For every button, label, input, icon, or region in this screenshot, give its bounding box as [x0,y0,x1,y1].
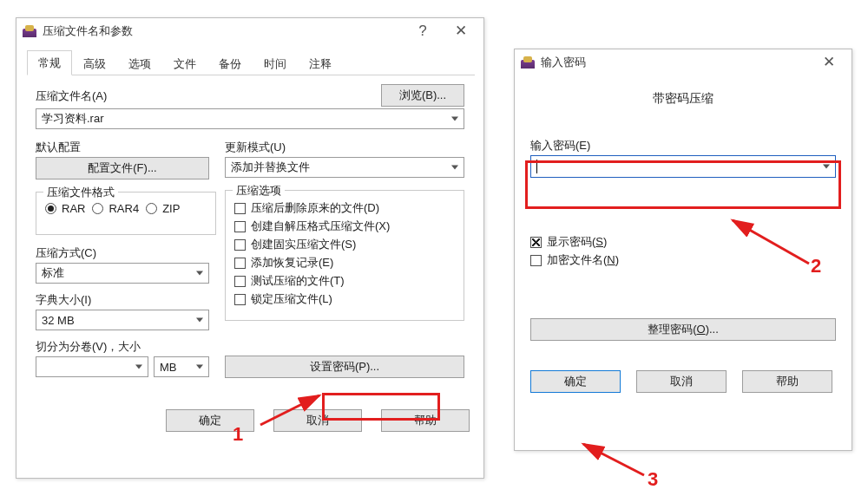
tab-advanced[interactable]: 高级 [72,51,117,75]
window-title: 压缩文件名和参数 [43,23,133,39]
tab-general[interactable]: 常规 [27,50,72,75]
help-button[interactable]: 帮助 [742,370,832,393]
help-button-footer[interactable]: 帮助 [381,409,470,432]
method-label: 压缩方式(C) [36,245,216,261]
options-legend: 压缩选项 [233,183,285,199]
tabs-row: 常规 高级 选项 文件 备份 时间 注释 [27,51,475,75]
winrar-icon [22,23,37,39]
dialog-footer: 确定 取消 帮助 [530,370,832,393]
method-select[interactable]: 标准 [36,263,209,284]
set-password-button[interactable]: 设置密码(P)... [225,356,464,378]
browse-button[interactable]: 浏览(B)... [381,84,464,107]
dict-select[interactable]: 32 MB [36,310,209,330]
format-radio-rar[interactable]: RAR [45,202,85,215]
annotation-number-2: 2 [811,255,821,277]
archive-name-input[interactable]: 学习资料.rar [36,108,464,129]
annotation-number-3: 3 [648,468,658,491]
opt-test[interactable]: 测试压缩的文件(T) [234,273,455,289]
split-label: 切分为分卷(V)，大小 [36,339,216,355]
close-button[interactable]: ✕ [810,50,848,75]
encrypt-filenames-checkbox[interactable]: 加密文件名(N) [530,252,836,268]
close-button[interactable]: ✕ [442,19,480,43]
update-mode-select[interactable]: 添加并替换文件 [225,157,464,178]
split-size-input[interactable] [36,356,148,377]
organize-passwords-button[interactable]: 整理密码(O)... [530,318,836,341]
titlebar: 压缩文件名和参数 ? ✕ [16,18,483,44]
opt-solid[interactable]: 创建固实压缩文件(S) [234,237,455,252]
opt-delete-after[interactable]: 压缩后删除原来的文件(D) [234,200,455,216]
archive-params-dialog: 压缩文件名和参数 ? ✕ 常规 高级 选项 文件 备份 时间 注释 压缩文件名(… [16,17,484,479]
archive-name-label: 压缩文件名(A) [36,88,107,104]
pw-section-title: 带密码压缩 [530,91,836,107]
enter-password-dialog: 输入密码 ✕ 带密码压缩 输入密码(E) 显示密码(S) 加密文件名(N) 整理… [514,49,852,451]
profiles-button[interactable]: 配置文件(F)... [36,157,209,179]
format-group-legend: 压缩文件格式 [43,185,118,200]
dict-label: 字典大小(I) [36,292,216,308]
password-input[interactable] [530,155,836,178]
show-password-checkbox[interactable]: 显示密码(S) [530,234,836,250]
tab-time[interactable]: 时间 [253,51,298,75]
split-unit-select[interactable]: MB [154,356,209,377]
titlebar: 输入密码 ✕ [515,49,852,75]
archive-name-value: 学习资料.rar [42,111,104,127]
ok-button[interactable]: 确定 [530,370,621,393]
opt-recovery[interactable]: 添加恢复记录(E) [234,255,455,271]
pw-input-label: 输入密码(E) [530,138,836,153]
tab-files[interactable]: 文件 [162,51,207,75]
opt-lock[interactable]: 锁定压缩文件(L) [234,291,455,307]
opt-sfx[interactable]: 创建自解压格式压缩文件(X) [234,219,455,234]
default-profile-label: 默认配置 [36,140,216,155]
winrar-icon [520,55,536,70]
cancel-button[interactable]: 取消 [636,370,727,393]
update-mode-label: 更新模式(U) [225,140,464,155]
help-button[interactable]: ? [404,19,442,43]
tab-comment[interactable]: 注释 [298,51,343,75]
general-tab-body: 压缩文件名(A) 浏览(B)... 学习资料.rar 默认配置 配置文件(F).… [16,75,483,388]
format-radio-zip[interactable]: ZIP [146,202,180,215]
cancel-button[interactable]: 取消 [273,409,362,432]
annotation-number-1: 1 [233,423,243,446]
format-radio-rar4[interactable]: RAR4 [92,202,139,215]
tab-backup[interactable]: 备份 [207,51,253,75]
tab-options[interactable]: 选项 [117,51,162,75]
window-title: 输入密码 [541,55,586,70]
